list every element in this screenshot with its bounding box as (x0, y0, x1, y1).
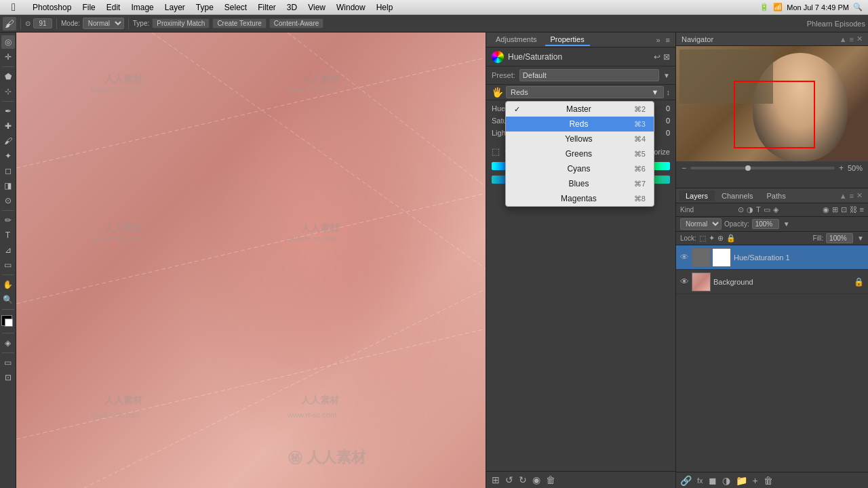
reset-icon-bottom[interactable]: ↻ (519, 474, 527, 485)
layer-row-hue-sat[interactable]: 👁 Hue/Saturation 1 (676, 245, 868, 270)
crop-tool[interactable]: ⊹ (1, 85, 15, 98)
blend-mode-select[interactable]: Normal (680, 218, 722, 230)
menu-window[interactable]: Window (331, 0, 371, 14)
menu-edit[interactable]: Edit (101, 0, 126, 14)
view-previous-icon[interactable]: ↺ (505, 474, 513, 485)
panel-menu-btn[interactable]: ≡ (665, 36, 671, 44)
opacity-input[interactable] (752, 219, 779, 229)
shape-tool[interactable]: ▭ (1, 258, 15, 272)
smart-filter-icon[interactable]: ◈ (773, 205, 778, 214)
dropdown-item-magentas[interactable]: Magentas ⌘8 (506, 191, 654, 206)
tab-properties[interactable]: Properties (545, 34, 590, 46)
sample-btn-1[interactable]: ⬚ (492, 146, 500, 157)
layers-close-btn[interactable]: ✕ (856, 191, 865, 200)
eyedropper-tool[interactable]: ✒ (1, 104, 15, 118)
hue-hand-icon[interactable]: ↕ (667, 88, 671, 96)
layer-visibility-hue[interactable]: 👁 (680, 252, 689, 262)
heal-tool[interactable]: ✚ (1, 119, 15, 133)
panel-forward-btn[interactable]: » (654, 36, 661, 44)
mask-icon[interactable]: ⊠ (663, 52, 670, 62)
layer-type-icon[interactable]: ⊡ (841, 205, 847, 214)
brush-size-input[interactable] (33, 18, 52, 28)
nav-menu-btn[interactable]: ≡ (850, 35, 854, 43)
brush-tool[interactable]: 🖌 (1, 134, 15, 148)
quick-mask-icon[interactable]: ◈ (1, 336, 15, 350)
proximity-match-btn[interactable]: Proximity Match (152, 18, 210, 28)
fx-btn[interactable]: fx (697, 476, 703, 485)
eraser-tool[interactable]: ◻ (1, 164, 15, 178)
new-layer-btn[interactable]: + (753, 475, 758, 486)
layer-visibility-bg[interactable]: 👁 (680, 277, 689, 287)
menu-image[interactable]: Image (125, 0, 159, 14)
dodge-tool[interactable]: ⊙ (1, 194, 15, 207)
opacity-arrow-icon[interactable]: ▼ (783, 220, 790, 228)
delete-layer-btn[interactable]: 🗑 (764, 475, 773, 486)
mask-btn[interactable]: ◼ (709, 475, 717, 486)
zoom-tool[interactable]: 🔍 (1, 293, 15, 306)
fill-input[interactable] (826, 233, 853, 243)
lasso-tool[interactable]: ⬟ (1, 70, 15, 83)
dropdown-item-greens[interactable]: Greens ⌘5 (506, 146, 654, 161)
dropdown-item-cyans[interactable]: Cyans ⌘6 (506, 161, 654, 176)
mode-select[interactable]: Normal (83, 18, 124, 29)
new-layer-icon[interactable]: ⊞ (492, 474, 500, 485)
zoom-out-btn[interactable]: − (682, 163, 686, 173)
visibility-icon[interactable]: ◉ (532, 474, 540, 485)
menu-filter[interactable]: Filter (252, 0, 281, 14)
screen-mode-icon[interactable]: ▭ (1, 356, 15, 369)
channel-eyedropper-icon[interactable]: 🖐 (492, 87, 503, 98)
adjustment-btn[interactable]: ◑ (722, 475, 730, 486)
background-color[interactable] (5, 319, 13, 327)
tab-paths[interactable]: Paths (760, 190, 793, 201)
layer-chain-icon[interactable]: ⛓ (850, 205, 857, 214)
filter-toggle-icon[interactable]: ◉ (823, 205, 829, 214)
rotate-icon[interactable]: ⊡ (1, 371, 15, 384)
menu-layer[interactable]: Layer (159, 0, 191, 14)
selection-tool[interactable]: ◎ (1, 35, 15, 49)
menu-view[interactable]: View (302, 0, 331, 14)
hand-tool[interactable]: ✋ (1, 278, 15, 291)
menu-3d[interactable]: 3D (281, 0, 302, 14)
shape-filter-icon[interactable]: ▭ (764, 205, 770, 214)
lock-move-icon[interactable]: ✦ (709, 234, 715, 243)
preset-select[interactable]: Default (519, 69, 659, 81)
gradient-tool[interactable]: ◨ (1, 179, 15, 192)
nav-collapse-btn[interactable]: ▲ (840, 35, 847, 43)
dropdown-item-reds[interactable]: Reds ⌘3 (506, 117, 654, 131)
apple-menu[interactable]:  (0, 1, 27, 14)
zoom-in-btn[interactable]: + (839, 163, 844, 173)
link-icon[interactable]: 🔗 (680, 475, 692, 486)
path-tool[interactable]: ⊿ (1, 243, 15, 257)
fill-arrow-icon[interactable]: ▼ (857, 235, 864, 242)
text-tool[interactable]: T (1, 228, 15, 242)
tab-channels[interactable]: Channels (715, 190, 760, 201)
tab-adjustments[interactable]: Adjustments (490, 34, 542, 46)
reset-icon[interactable]: ↩ (654, 52, 660, 62)
search-icon[interactable]: 🔍 (853, 3, 863, 12)
layer-row-background[interactable]: 👁 Background 🔒 (676, 270, 868, 294)
tab-layers[interactable]: Layers (679, 190, 715, 201)
menu-type[interactable]: Type (191, 0, 219, 14)
zoom-slider[interactable] (690, 167, 835, 169)
pixel-filter-icon[interactable]: ⊙ (738, 205, 744, 214)
menu-file[interactable]: File (77, 0, 100, 14)
pen-tool[interactable]: ✏ (1, 214, 15, 227)
layers-panel-collapse[interactable]: ▲ (840, 192, 850, 200)
lock-artboard-icon[interactable]: ⊕ (717, 234, 724, 243)
create-texture-btn[interactable]: Create Texture (212, 18, 266, 28)
lock-all-icon[interactable]: 🔒 (726, 234, 736, 243)
channel-select-button[interactable]: Reds ▼ (506, 86, 664, 98)
layers-panel-menu[interactable]: ≡ (850, 192, 856, 200)
type-filter-icon[interactable]: T (756, 205, 761, 214)
layer-group-icon[interactable]: ⊞ (832, 205, 838, 214)
trash-icon[interactable]: 🗑 (546, 474, 555, 485)
content-aware-btn[interactable]: Content-Aware (269, 18, 324, 28)
dropdown-item-blues[interactable]: Blues ⌘7 (506, 176, 654, 191)
dropdown-item-yellows[interactable]: Yellows ⌘4 (506, 131, 654, 146)
clone-tool[interactable]: ✦ (1, 149, 15, 163)
menu-photoshop[interactable]: Photoshop (27, 0, 77, 14)
lock-pixels-icon[interactable]: ⬚ (699, 234, 706, 243)
nav-close-btn[interactable]: ✕ (856, 35, 863, 43)
layer-more-icon[interactable]: ≡ (860, 205, 864, 214)
folder-btn[interactable]: 📁 (736, 475, 747, 486)
